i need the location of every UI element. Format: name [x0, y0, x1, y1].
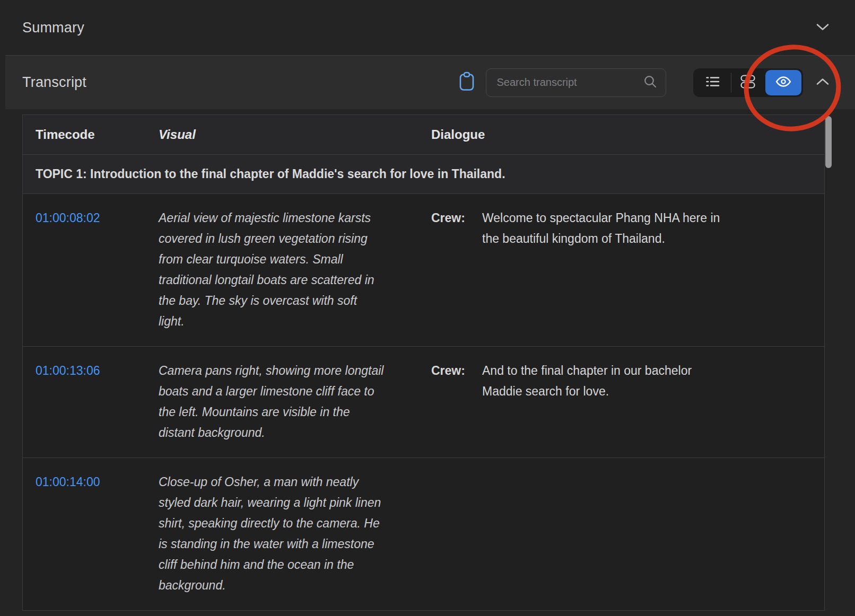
transcript-panel-page: Summary Transcript [0, 0, 855, 616]
visual-cell: Close-up of Osher, a man with neatly sty… [146, 472, 420, 596]
eye-icon [775, 76, 791, 89]
transcript-row: 01:00:13:06 Camera pans right, showing m… [23, 347, 824, 458]
summary-expand-button[interactable] [816, 23, 829, 32]
dialogue-cell: Crew: Welcome to spectacular Phang NHA h… [420, 208, 824, 332]
transcript-collapse-button[interactable] [816, 78, 829, 87]
summary-section-header[interactable]: Summary [0, 0, 855, 55]
column-header-timecode: Timecode [23, 127, 146, 142]
card-view-button[interactable] [731, 70, 764, 95]
cards-icon [740, 74, 755, 91]
search-icon [643, 75, 657, 91]
speaker-label [431, 472, 469, 596]
dialogue-text: And to the final chapter in our bachelor… [482, 360, 731, 443]
timecode-cell: 01:00:08:02 [23, 208, 146, 332]
transcript-title: Transcript [22, 74, 86, 91]
column-header-visual: Visual [146, 127, 420, 142]
timecode-link[interactable]: 01:00:13:06 [36, 364, 100, 377]
visual-description: Close-up of Osher, a man with neatly sty… [159, 472, 384, 596]
transcript-controls [458, 68, 830, 97]
preview-view-button[interactable] [765, 70, 801, 95]
dialogue-cell: Crew: And to the final chapter in our ba… [420, 360, 824, 443]
list-icon [706, 76, 720, 89]
speaker-label: Crew: [431, 360, 469, 443]
search-input[interactable] [497, 76, 643, 89]
scrollbar-thumb[interactable] [825, 116, 832, 168]
timecode-cell: 01:00:14:00 [23, 472, 146, 596]
copy-transcript-button[interactable] [458, 72, 475, 93]
list-view-button[interactable] [695, 70, 731, 95]
timecode-link[interactable]: 01:00:08:02 [36, 211, 100, 225]
view-toggle [693, 68, 804, 97]
chevron-up-icon [816, 78, 829, 87]
transcript-row: 01:00:14:00 Close-up of Osher, a man wit… [23, 458, 824, 610]
timecode-cell: 01:00:13:06 [23, 360, 146, 443]
summary-title: Summary [22, 20, 84, 36]
dialogue-cell [420, 472, 824, 596]
speaker-label: Crew: [431, 208, 469, 332]
visual-cell: Aerial view of majestic limestone karsts… [146, 208, 420, 332]
visual-cell: Camera pans right, showing more longtail… [146, 360, 420, 443]
timecode-link[interactable]: 01:00:14:00 [36, 475, 100, 489]
transcript-row: 01:00:08:02 Aerial view of majestic lime… [23, 194, 824, 347]
dialogue-text: Welcome to spectacular Phang NHA here in… [482, 208, 731, 332]
transcript-section-header: Transcript [5, 55, 855, 109]
table-header-row: Timecode Visual Dialogue [23, 115, 824, 155]
visual-description: Aerial view of majestic limestone karsts… [159, 208, 384, 332]
visual-description: Camera pans right, showing more longtail… [159, 360, 384, 443]
column-header-dialogue: Dialogue [420, 127, 824, 142]
transcript-table: Timecode Visual Dialogue TOPIC 1: Introd… [22, 115, 825, 611]
topic-row: TOPIC 1: Introduction to the final chapt… [23, 155, 824, 194]
chevron-down-icon [816, 23, 829, 32]
clipboard-icon [458, 72, 475, 93]
search-box [486, 68, 666, 97]
